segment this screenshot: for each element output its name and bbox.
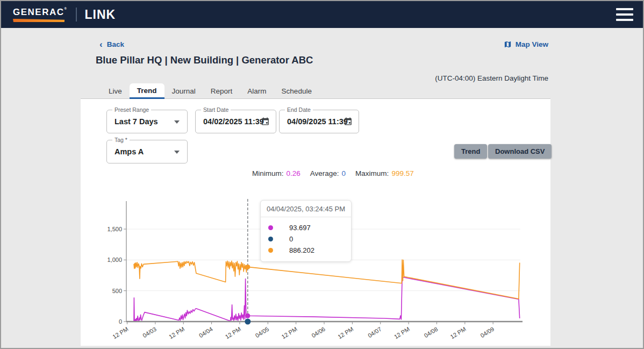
map-icon [504,40,512,48]
stats-summary: Minimum:0.26 Average:0 Maximum:999.57 [252,169,414,177]
minimum-label: Minimum: [252,169,284,177]
preset-range-value: Last 7 Days [115,110,158,133]
timezone-label: (UTC-04:00) Eastern Daylight Time [435,74,548,82]
series-dot-icon [268,225,273,230]
tag-select[interactable]: Tag * Amps A [106,140,188,163]
maximum-value: 999.57 [391,169,413,177]
cursor-marker-average [245,319,251,325]
calendar-icon[interactable] [344,117,353,126]
cursor-marker-minimum [245,314,250,318]
series-minimum [134,277,520,321]
calendar-icon[interactable] [261,117,270,126]
map-view-button[interactable]: Map View [504,40,548,48]
x-tick-label: 12 PM [224,326,242,340]
average-label: Average: [310,169,339,177]
caret-down-icon [174,151,180,154]
y-tick-label: 500 [112,288,122,294]
series-dot-icon [268,237,273,241]
chart-tooltip: 04/04/2025, 03:24:45 PM 93.6970886.202 [260,200,352,262]
app-window: GENERAC® LINK ‹ Back Blue Pillar HQ | Ne… [0,0,644,349]
average-value: 0 [342,169,346,177]
end-date-value: 04/09/2025 11:39 [287,110,348,133]
tooltip-value: 886.202 [289,246,314,254]
x-tick-label: 04/09 [480,326,496,339]
tab-schedule[interactable]: Schedule [274,83,319,99]
tooltip-row-average: 0 [268,233,344,245]
x-tick-label: 04/07 [367,326,383,339]
start-date-field[interactable]: Start Date 04/02/2025 11:39 [195,110,276,133]
tooltip-timestamp: 04/04/2025, 03:24:45 PM [261,201,351,217]
logo-swoosh [13,19,65,22]
tab-alarm[interactable]: Alarm [240,83,274,99]
x-tick-label: 12 PM [280,326,298,340]
tag-value: Amps A [115,140,144,163]
product-name: LINK [84,8,116,22]
tooltip-row-maximum: 886.202 [268,245,344,256]
x-tick-label: 04/04 [198,326,214,339]
tooltip-row-minimum: 93.697 [268,222,344,233]
tab-live[interactable]: Live [101,83,130,99]
back-label: Back [107,40,124,48]
download-csv-button[interactable]: Download CSV [488,144,552,159]
brand-text: GENERAC [13,7,65,17]
x-tick-label: 04/08 [423,326,439,339]
tab-bar: LiveTrendJournalReportAlarmSchedule [81,83,319,99]
y-tick-label: 1,000 [107,257,122,263]
tooltip-value: 0 [289,235,293,243]
top-navbar: GENERAC® LINK [1,1,643,28]
tab-report[interactable]: Report [203,83,240,99]
cursor-marker-maximum [245,265,250,269]
page-title: Blue Pillar HQ | New Building | Generato… [96,54,313,66]
x-tick-label: 12 PM [111,326,129,340]
trend-button[interactable]: Trend [454,144,487,159]
x-tick-label: 12 PM [168,326,185,340]
generac-logo[interactable]: GENERAC® [13,7,67,22]
tooltip-value: 93.697 [289,224,311,232]
back-button[interactable]: ‹ Back [99,40,124,48]
x-tick-label: 12 PM [337,326,354,340]
tooltip-body: 93.6970886.202 [261,217,351,261]
registered-mark: ® [65,7,68,10]
x-tick-label: 12 PM [449,326,467,340]
maximum-label: Maximum: [355,169,389,177]
x-tick-label: 12 PM [393,326,411,340]
x-tick-label: 04/03 [141,326,158,339]
series-dot-icon [268,248,273,253]
end-date-field[interactable]: End Date 04/09/2025 11:39 [279,110,359,133]
x-tick-label: 04/05 [254,326,270,339]
tab-journal[interactable]: Journal [164,83,203,99]
start-date-value: 04/02/2025 11:39 [203,110,264,133]
tab-trend[interactable]: Trend [130,83,164,99]
minimum-value: 0.26 [287,169,300,177]
caret-down-icon [174,120,180,124]
nav-divider [76,8,77,22]
hamburger-icon[interactable] [616,8,633,21]
chevron-left-icon: ‹ [99,41,103,48]
preset-range-select[interactable]: Preset Range Last 7 Days [106,110,188,133]
y-tick-label: 0 [119,318,122,325]
x-tick-label: 04/06 [310,326,326,339]
y-tick-label: 1,500 [107,226,122,232]
map-view-label: Map View [516,40,548,48]
series-maximum [134,260,520,299]
